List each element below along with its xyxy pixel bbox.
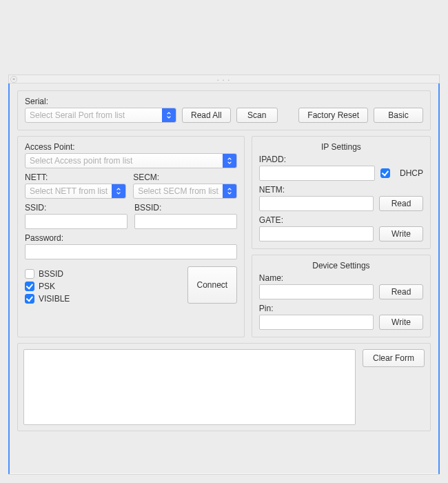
- access-point-placeholder: Select Access point from list: [26, 156, 223, 166]
- psk-checkbox[interactable]: [25, 282, 34, 291]
- visible-checkbox[interactable]: [25, 294, 34, 304]
- serial-port-placeholder: Select Serail Port from list: [26, 110, 162, 120]
- secm-placeholder: Select SECM from list: [134, 186, 223, 196]
- device-pin-label: Pin:: [259, 304, 423, 313]
- ip-settings-group: IP Settings IPADD: DHCP NETM: Read GATE: [252, 136, 431, 249]
- device-read-button[interactable]: Read: [379, 284, 423, 299]
- ip-read-button[interactable]: Read: [379, 196, 423, 211]
- serial-group: Serial: Select Serail Port from list Rea…: [17, 90, 431, 130]
- read-all-button[interactable]: Read All: [182, 108, 231, 123]
- access-point-select[interactable]: Select Access point from list: [25, 153, 237, 168]
- chevron-down-icon: [223, 154, 236, 168]
- device-name-input[interactable]: [259, 284, 374, 299]
- bssid-checkbox-label: BSSID: [39, 269, 63, 279]
- log-group: Clear Form: [17, 343, 431, 431]
- device-write-button[interactable]: Write: [379, 315, 423, 330]
- dhcp-label: DHCP: [400, 168, 423, 178]
- ip-settings-title: IP Settings: [259, 142, 423, 152]
- left-scroll-edge: [8, 83, 10, 474]
- gate-label: GATE:: [259, 215, 423, 225]
- dhcp-checkbox[interactable]: [380, 168, 390, 178]
- serial-label: Serial:: [25, 97, 423, 106]
- device-settings-title: Device Settings: [259, 261, 423, 270]
- titlebar: × • • •: [9, 75, 439, 83]
- clear-form-button[interactable]: Clear Form: [363, 349, 425, 367]
- scan-button[interactable]: Scan: [236, 108, 278, 123]
- factory-reset-button[interactable]: Factory Reset: [298, 108, 368, 123]
- psk-checkbox-label: PSK: [39, 282, 55, 291]
- nett-select[interactable]: Select NETT from list: [25, 184, 126, 199]
- ap-label: Access Point:: [25, 142, 237, 152]
- device-pin-input[interactable]: [259, 315, 374, 330]
- device-name-label: Name:: [259, 273, 423, 283]
- ip-write-button[interactable]: Write: [379, 226, 423, 241]
- ssid-label: SSID:: [25, 203, 128, 213]
- ipadd-input[interactable]: [259, 166, 375, 181]
- ssid-input[interactable]: [25, 214, 128, 229]
- serial-port-select[interactable]: Select Serail Port from list: [25, 108, 176, 123]
- gate-input[interactable]: [259, 226, 374, 241]
- netm-input[interactable]: [259, 196, 374, 211]
- nett-label: NETT:: [25, 172, 126, 182]
- bssid-input[interactable]: [134, 214, 237, 229]
- password-label: Password:: [25, 233, 237, 243]
- right-scroll-edge: [438, 83, 440, 474]
- chevron-down-icon: [223, 184, 236, 198]
- chevron-down-icon: [162, 108, 176, 122]
- basic-button[interactable]: Basic: [374, 108, 423, 123]
- titlebar-grip: • • •: [217, 78, 231, 82]
- log-output[interactable]: [23, 349, 356, 425]
- nett-placeholder: Select NETT from list: [26, 186, 112, 196]
- connect-button[interactable]: Connect: [187, 266, 237, 304]
- chevron-down-icon: [112, 184, 125, 198]
- password-input[interactable]: [25, 244, 237, 259]
- window-close-button[interactable]: ×: [10, 76, 17, 83]
- bssid-label: BSSID:: [134, 203, 237, 213]
- visible-checkbox-label: VISIBLE: [39, 294, 70, 304]
- device-settings-group: Device Settings Name: Read Pin: Write: [252, 255, 431, 337]
- secm-select[interactable]: Select SECM from list: [133, 184, 237, 199]
- ipadd-label: IPADD:: [259, 155, 423, 164]
- access-point-group: Access Point: Select Access point from l…: [17, 136, 245, 337]
- netm-label: NETM:: [259, 185, 423, 195]
- bssid-checkbox[interactable]: [25, 269, 34, 279]
- secm-label: SECM:: [133, 172, 237, 182]
- config-window: × • • • Serial: Select Serail Port from …: [8, 75, 440, 475]
